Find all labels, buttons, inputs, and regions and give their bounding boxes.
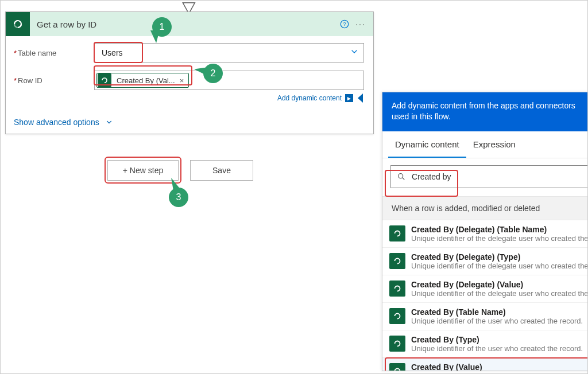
dataverse-icon <box>389 253 405 269</box>
chevron-down-icon[interactable] <box>350 47 359 59</box>
table-name-input[interactable]: Users <box>94 43 364 63</box>
list-item[interactable]: Created By (Delegate) (Type) Unique iden… <box>382 248 588 275</box>
callout-badge-3: 3 <box>169 188 188 207</box>
dynamic-content-header: Add dynamic content from the apps and co… <box>382 92 588 131</box>
dataverse-icon <box>389 336 405 352</box>
save-button[interactable]: Save <box>190 160 253 181</box>
table-name-label: *Table name <box>14 49 94 57</box>
dynamic-content-panel: Add dynamic content from the apps and co… <box>382 92 588 371</box>
add-dynamic-content-link[interactable]: Add dynamic content <box>277 94 342 102</box>
dataverse-icon <box>389 308 405 324</box>
help-icon[interactable]: ? <box>336 16 353 32</box>
panel-pointer-icon <box>358 94 363 103</box>
add-dynamic-content-icon[interactable]: ▸ <box>345 94 353 102</box>
dataverse-icon <box>98 73 111 87</box>
dataverse-icon <box>389 225 405 241</box>
new-step-button[interactable]: + New step <box>107 160 179 181</box>
action-card: Get a row by ID ? ··· *Table name Users … <box>5 11 374 134</box>
highlight-dynamic-content-tab <box>385 170 458 197</box>
highlight-created-by-value <box>385 357 588 371</box>
callout-badge-2: 2 <box>203 64 223 83</box>
chevron-down-icon <box>105 118 113 126</box>
dc-section-title: When a row is added, modified or deleted <box>382 196 588 220</box>
row-id-label: *Row ID <box>14 76 94 85</box>
dataverse-icon <box>389 280 405 297</box>
show-advanced-options[interactable]: Show advanced options <box>6 111 373 134</box>
list-item[interactable]: Created By (Delegate) (Value) Unique ide… <box>382 275 588 303</box>
list-item[interactable]: Created By (Table Name) Unique identifie… <box>382 303 588 330</box>
dc-list: Created By (Delegate) (Table Name) Uniqu… <box>382 220 588 371</box>
card-header[interactable]: Get a row by ID ? ··· <box>6 12 373 36</box>
list-item[interactable]: Created By (Delegate) (Table Name) Uniqu… <box>382 220 588 248</box>
table-name-value: Users <box>99 48 144 57</box>
field-table-name: *Table name Users <box>14 43 364 63</box>
card-menu-icon[interactable]: ··· <box>353 16 369 32</box>
card-title: Get a row by ID <box>30 20 336 29</box>
dataverse-icon <box>6 12 30 36</box>
close-icon[interactable]: × <box>179 76 189 85</box>
svg-text:?: ? <box>343 21 346 27</box>
callout-badge-1: 1 <box>152 17 172 37</box>
list-item[interactable]: Created By (Type) Unique identifier of t… <box>382 330 588 358</box>
token-label: Created By (Val... <box>112 76 179 85</box>
tab-expression[interactable]: Expression <box>466 131 523 158</box>
field-row-id: *Row ID Created By (Val... × <box>14 71 364 90</box>
tab-dynamic-content[interactable]: Dynamic content <box>388 131 466 158</box>
row-id-token[interactable]: Created By (Val... × <box>96 73 189 88</box>
row-id-input[interactable]: Created By (Val... × <box>94 71 364 90</box>
